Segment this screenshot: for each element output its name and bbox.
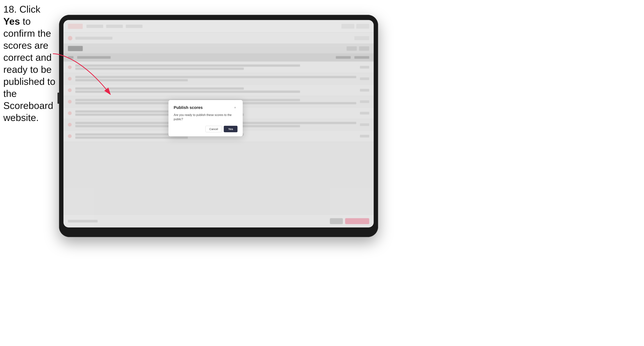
modal-close-button[interactable]: × [233,105,238,110]
modal-title: Publish scores [174,105,203,110]
publish-scores-dialog: Publish scores × Are you ready to publis… [168,100,243,136]
modal-footer: Cancel Yes [174,126,238,132]
cancel-button[interactable]: Cancel [206,126,222,132]
step-number: 18. [3,4,17,15]
yes-button[interactable]: Yes [224,126,238,132]
modal-title-row: Publish scores × [174,105,238,110]
tablet-side-button [58,93,59,104]
modal-body-text: Are you ready to publish these scores to… [174,113,238,121]
bold-yes: Yes [3,16,20,27]
modal-overlay: Publish scores × Are you ready to publis… [64,20,374,227]
tablet-device: Publish scores × Are you ready to publis… [59,15,378,237]
instruction-text: 18. Click Yes to confirm the scores are … [3,3,57,124]
tablet-screen: Publish scores × Are you ready to publis… [64,20,374,227]
tablet-outer: Publish scores × Are you ready to publis… [59,15,378,237]
